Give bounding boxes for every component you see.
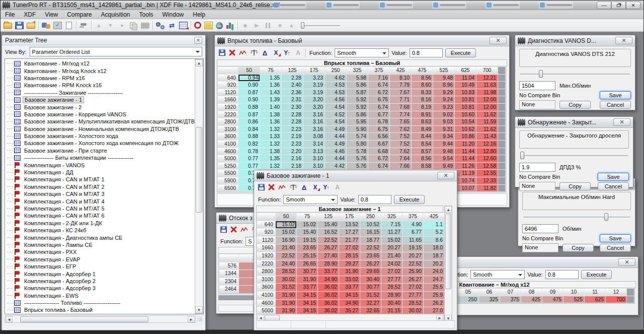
- table-cell[interactable]: 0.82: [238, 141, 260, 148]
- table-cell[interactable]: 22.52: [360, 244, 381, 252]
- close-button[interactable]: ✕: [618, 258, 635, 266]
- row-header[interactable]: 2220: [257, 260, 275, 268]
- table-cell[interactable]: 11.98: [476, 89, 498, 96]
- table-cell[interactable]: 12.55: [476, 170, 498, 177]
- table-cell[interactable]: 1.32: [260, 126, 281, 133]
- scroll-left-icon[interactable]: ◄: [6, 316, 13, 322]
- table-cell[interactable]: 2.18: [282, 163, 303, 170]
- save-button[interactable]: Save: [600, 234, 631, 242]
- column-header[interactable]: 50: [276, 213, 296, 221]
- table-cell[interactable]: 10.81: [455, 96, 476, 103]
- table-cell[interactable]: 33.77: [318, 268, 339, 276]
- trace-icon[interactable]: [278, 184, 286, 191]
- table-cell[interactable]: 11.44: [455, 155, 476, 162]
- titlebar[interactable]: TunerPro RT - BT31505_ms41_1429861_parti…: [1, 1, 643, 10]
- table-cell[interactable]: 31.52: [276, 284, 296, 291]
- column-header[interactable]: 325: [347, 67, 368, 74]
- table-cell[interactable]: 30.77: [297, 268, 317, 276]
- table-cell[interactable]: 34.90: [339, 300, 360, 307]
- table-cell[interactable]: 0.77: [238, 163, 260, 170]
- table-cell[interactable]: 31.90: [297, 276, 317, 284]
- folder-up-icon[interactable]: [27, 23, 35, 29]
- table-cell[interactable]: 3.23: [303, 75, 325, 82]
- tree-item[interactable]: Базовое зажигание - 1: [5, 96, 195, 103]
- row-header[interactable]: 2800: [218, 118, 238, 125]
- titlebar[interactable]: Обнаружение - Закрыт... ✕: [515, 117, 633, 128]
- tree-item[interactable]: Комплектация - Адсорбер 3: [5, 285, 195, 292]
- table-cell[interactable]: 11.43: [476, 133, 498, 140]
- value-input[interactable]: [410, 48, 443, 57]
- menu-compare[interactable]: Compare: [62, 10, 96, 19]
- table-cell[interactable]: 8.54: [412, 141, 433, 148]
- tree-item[interactable]: Комплектация - Адсорбер 1: [5, 270, 195, 277]
- chart-icon[interactable]: [226, 22, 234, 29]
- tree-item[interactable]: Комплектация - РХХ: [5, 248, 195, 255]
- table-cell[interactable]: 31.90: [339, 268, 360, 276]
- delete-icon[interactable]: [268, 184, 275, 190]
- tree-item[interactable]: Впрыск топлива - Базовый: [5, 306, 195, 313]
- table-cell[interactable]: 5.86: [347, 82, 368, 89]
- table-cell[interactable]: 4.42: [325, 163, 346, 170]
- table-cell[interactable]: 3.16: [303, 111, 325, 118]
- table-cell[interactable]: 5.92: [347, 96, 368, 103]
- table-cell[interactable]: 9.02: [433, 111, 454, 118]
- menu-xdf[interactable]: XDF: [19, 10, 40, 19]
- row-header[interactable]: 2220: [218, 111, 238, 118]
- table-cell[interactable]: 28.90: [381, 292, 402, 299]
- table-cell[interactable]: 7.68: [390, 104, 411, 111]
- column-header[interactable]: 425: [424, 213, 444, 221]
- table-cell[interactable]: 3.20: [303, 104, 325, 111]
- table-cell[interactable]: 12.58: [476, 163, 498, 170]
- table-cell[interactable]: 33.77: [297, 284, 317, 291]
- table-cell[interactable]: 11.82: [476, 185, 498, 192]
- copy-button[interactable]: Copy: [559, 101, 591, 109]
- resize-grip[interactable]: [197, 316, 202, 321]
- table-cell[interactable]: 1.40: [260, 104, 281, 111]
- copy-button[interactable]: Copy: [562, 244, 594, 252]
- row-header[interactable]: 3600: [218, 133, 238, 140]
- table-cell[interactable]: 22.52: [403, 260, 423, 268]
- table-cell[interactable]: 5.78: [347, 148, 368, 155]
- table-cell[interactable]: 9.29: [433, 89, 454, 96]
- view-by-select[interactable]: Parameter Ordered List: [30, 47, 202, 56]
- row-header[interactable]: 5250: [218, 163, 238, 170]
- tree-item[interactable]: Комплектация - CAN и МТ/АТ 1: [5, 176, 195, 183]
- table-cell[interactable]: 4.54: [325, 104, 346, 111]
- table-cell[interactable]: 6.74: [368, 104, 389, 111]
- cancel-button[interactable]: Cancel: [600, 101, 631, 109]
- table-cell[interactable]: 1.38: [260, 148, 281, 155]
- table-cell[interactable]: 20.27: [381, 244, 402, 252]
- table-cell[interactable]: 325: [479, 296, 500, 303]
- tree-item[interactable]: Комплектация - ДД: [5, 169, 195, 176]
- table-cell[interactable]: 25.90: [403, 268, 423, 276]
- table-cell[interactable]: 6.74: [368, 82, 389, 89]
- table-cell[interactable]: 0.90: [238, 96, 260, 103]
- table-cell[interactable]: 6.77: [368, 111, 389, 118]
- titlebar[interactable]: Диагностика VANOS D... ✕: [515, 35, 635, 46]
- table-cell[interactable]: 8.6: [424, 237, 444, 244]
- table-cell[interactable]: 22.52: [276, 252, 296, 260]
- trace-icon[interactable]: [239, 49, 247, 56]
- delete-icon[interactable]: [230, 226, 237, 233]
- row-header[interactable]: 4100: [257, 292, 275, 299]
- table-cell[interactable]: 7.74: [390, 111, 411, 118]
- column-header[interactable]: 375: [368, 67, 389, 74]
- table-cell[interactable]: 9.44: [433, 141, 454, 148]
- table-cell[interactable]: 0.86: [238, 118, 260, 125]
- table-cell[interactable]: 6.56: [368, 133, 389, 140]
- table-cell[interactable]: 7.62: [390, 148, 411, 155]
- menu-file[interactable]: File: [1, 10, 19, 19]
- table-cell[interactable]: 6.67: [368, 141, 389, 148]
- table-cell[interactable]: 12.60: [476, 155, 498, 162]
- execute-button[interactable]: Execute: [394, 195, 425, 204]
- compare-icon[interactable]: [42, 22, 50, 29]
- row-header[interactable]: 3600: [257, 284, 275, 291]
- table-cell[interactable]: 10.49: [455, 82, 476, 89]
- tree-item[interactable]: Базовое зажигание - Коррекция VANOS: [5, 111, 195, 118]
- row-header[interactable]: 3100: [218, 126, 238, 133]
- table-cell[interactable]: 12.16: [476, 141, 498, 148]
- table-cell[interactable]: 12.00: [476, 96, 498, 103]
- column-header[interactable]: 250: [360, 213, 381, 221]
- table-cell[interactable]: 4.45: [325, 148, 346, 155]
- table-cell[interactable]: 11.20: [455, 141, 476, 148]
